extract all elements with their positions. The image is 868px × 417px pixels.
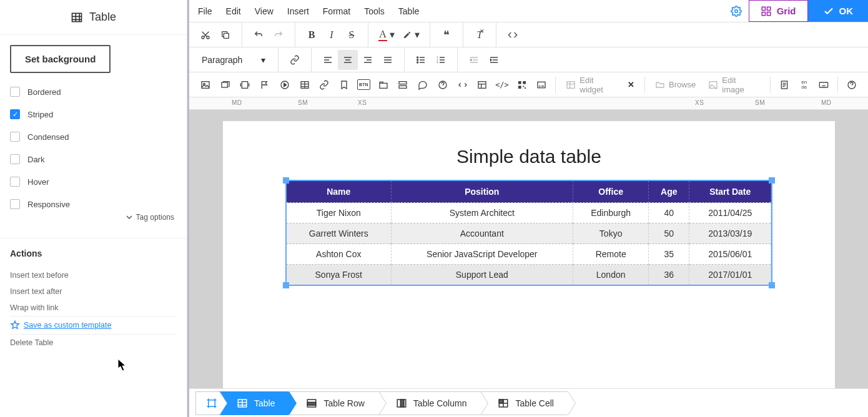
help-widget-button[interactable] — [433, 75, 453, 95]
flag-button[interactable] — [255, 75, 275, 95]
outdent-button[interactable] — [464, 50, 484, 70]
table-row[interactable]: Tiger NixonSystem ArchitectEdinburgh4020… — [287, 203, 771, 223]
gallery-button[interactable] — [215, 75, 235, 95]
strike-button[interactable]: S — [342, 25, 362, 45]
resize-handle-bl[interactable] — [283, 282, 289, 288]
crumb-column[interactable]: Table Column — [378, 391, 481, 415]
option-condensed[interactable]: Condensed — [10, 132, 177, 142]
table-cell[interactable]: Remote — [573, 244, 649, 265]
accordion-button[interactable] — [393, 75, 413, 95]
table-cell[interactable]: Ashton Cox — [287, 244, 391, 265]
video-button[interactable] — [275, 75, 295, 95]
action-insert-before[interactable]: Insert text before — [10, 267, 177, 283]
clear-format-button[interactable]: T✕ — [470, 25, 490, 45]
table-row[interactable]: Garrett WintersAccountantTokyo502013/03/… — [287, 223, 771, 244]
crumb-cell[interactable]: Table Cell — [480, 391, 567, 415]
anchor-button[interactable] — [314, 75, 334, 95]
option-bordered[interactable]: Bordered — [10, 87, 177, 97]
resize-handle-tr[interactable] — [769, 177, 775, 184]
table-cell[interactable]: Garrett Winters — [287, 223, 391, 244]
column-header[interactable]: Position — [391, 181, 573, 203]
bold-button[interactable]: B — [302, 25, 322, 45]
keyboard-button[interactable] — [814, 75, 834, 95]
menu-format[interactable]: Format — [323, 6, 350, 16]
ok-button[interactable]: OK — [808, 0, 869, 22]
resize-handle-tl[interactable] — [283, 177, 289, 184]
paragraph-style-select[interactable]: Paragraph ▾ — [195, 51, 272, 69]
bookmark-button[interactable] — [334, 75, 354, 95]
table-cell[interactable]: Accountant — [391, 223, 573, 244]
grid-button[interactable]: Grid — [749, 0, 808, 22]
layout-button[interactable] — [472, 75, 492, 95]
highlight-button[interactable]: ▾ — [398, 25, 423, 45]
align-left-button[interactable] — [318, 50, 338, 70]
button-widget-button[interactable]: BTN — [357, 79, 370, 90]
crumb-table[interactable]: Table — [219, 391, 289, 415]
option-dark[interactable]: Dark — [10, 154, 177, 164]
option-striped[interactable]: Striped — [10, 109, 177, 119]
crumb-row[interactable]: Table Row — [289, 391, 378, 415]
set-background-button[interactable]: Set background — [10, 45, 111, 73]
table-row[interactable]: Sonya FrostSupport LeadLondon362017/01/0… — [287, 265, 771, 285]
action-insert-after[interactable]: Insert text after — [10, 283, 177, 300]
resize-handle-br[interactable] — [769, 282, 775, 288]
table-cell[interactable]: 2015/06/01 — [689, 244, 771, 265]
table-cell[interactable]: 50 — [649, 223, 689, 244]
column-header[interactable]: Name — [287, 181, 391, 203]
tag-options-toggle[interactable]: Tag options — [10, 213, 177, 222]
table-cell[interactable]: Senior JavaScript Developer — [391, 244, 573, 265]
align-center-button[interactable] — [338, 50, 358, 70]
editor-canvas[interactable]: Simple data table NamePositionOfficeAgeS… — [189, 110, 868, 388]
table-widget[interactable]: NamePositionOfficeAgeStart Date Tiger Ni… — [287, 181, 771, 285]
table-row[interactable]: Ashton CoxSenior JavaScript DeveloperRem… — [287, 244, 771, 265]
option-hover[interactable]: Hover — [10, 177, 177, 187]
align-justify-button[interactable] — [378, 50, 398, 70]
action-save-template[interactable]: Save as custom template — [10, 316, 177, 335]
slideshow-button[interactable] — [235, 75, 255, 95]
bullet-list-button[interactable] — [411, 50, 431, 70]
lang-button[interactable]: en de — [794, 75, 814, 95]
column-header[interactable]: Office — [573, 181, 649, 203]
embed-button[interactable] — [453, 75, 473, 95]
menu-table[interactable]: Table — [398, 6, 419, 16]
menu-insert[interactable]: Insert — [287, 6, 309, 16]
source-button[interactable]: </> — [492, 75, 512, 95]
help-button[interactable] — [842, 75, 862, 95]
menu-file[interactable]: File — [198, 6, 212, 16]
indent-button[interactable] — [484, 50, 504, 70]
text-color-button[interactable]: A▾ — [375, 25, 398, 45]
comment-button[interactable] — [413, 75, 433, 95]
blockquote-button[interactable]: ❝ — [436, 25, 456, 45]
settings-button[interactable] — [724, 0, 749, 22]
table-cell[interactable]: Sonya Frost — [287, 265, 391, 285]
undo-button[interactable] — [249, 25, 269, 45]
align-right-button[interactable] — [358, 50, 378, 70]
action-delete-table[interactable]: Delete Table — [10, 335, 177, 351]
image-button[interactable] — [195, 75, 215, 95]
crumb-root[interactable] — [195, 391, 219, 415]
tabs-button[interactable] — [373, 75, 393, 95]
italic-button[interactable]: I — [322, 25, 342, 45]
table-cell[interactable]: London — [573, 265, 649, 285]
doc-button[interactable] — [774, 75, 794, 95]
table-button[interactable] — [295, 75, 315, 95]
table-cell[interactable]: Tiger Nixon — [287, 203, 391, 223]
menu-tools[interactable]: Tools — [364, 6, 385, 16]
menu-edit[interactable]: Edit — [226, 6, 241, 16]
table-cell[interactable]: 36 — [649, 265, 689, 285]
action-wrap-link[interactable]: Wrap with link — [10, 300, 177, 316]
table-cell[interactable]: Tokyo — [573, 223, 649, 244]
table-cell[interactable]: 2017/01/01 — [689, 265, 771, 285]
table-cell[interactable]: Support Lead — [391, 265, 573, 285]
qr-button[interactable] — [512, 75, 532, 95]
menu-view[interactable]: View — [255, 6, 274, 16]
data-table[interactable]: NamePositionOfficeAgeStart Date Tiger Ni… — [287, 181, 771, 285]
ordered-list-button[interactable]: 123 — [431, 50, 451, 70]
close-widget-button[interactable]: ✕ — [628, 80, 634, 89]
page-title[interactable]: Simple data table — [223, 146, 835, 167]
cut-button[interactable] — [195, 25, 215, 45]
column-header[interactable]: Start Date — [689, 181, 771, 203]
option-responsive[interactable]: Responsive — [10, 199, 177, 209]
redo-button[interactable] — [269, 25, 289, 45]
copy-button[interactable] — [215, 25, 235, 45]
